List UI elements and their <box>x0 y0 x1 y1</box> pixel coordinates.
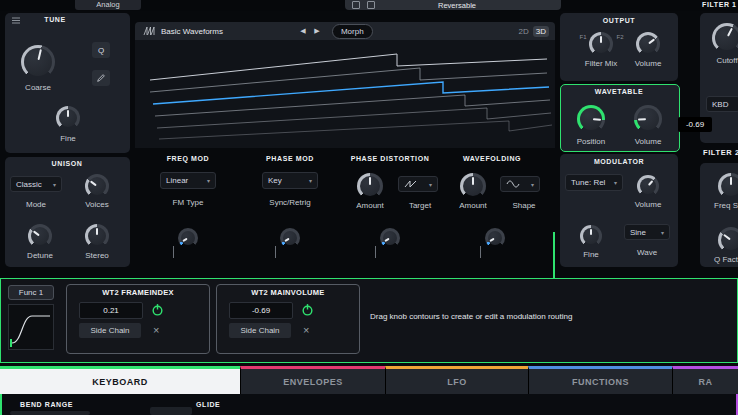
caret-down-icon: ▾ <box>531 181 534 188</box>
power-icon[interactable] <box>301 303 314 316</box>
cutoff-knob[interactable] <box>712 23 738 53</box>
tune-panel <box>5 13 130 153</box>
wavetable-icon <box>143 26 155 36</box>
remove-icon[interactable]: × <box>153 325 159 336</box>
view-2d-toggle[interactable]: 2D <box>519 27 529 36</box>
freq-shift-label: Freq Shi <box>714 201 738 210</box>
mod-slot-title: WT2 MAINVOLUME <box>217 288 359 297</box>
glide-title: GLIDE <box>196 401 220 408</box>
remove-icon[interactable]: × <box>303 325 309 336</box>
fm-type-value: Linear <box>166 176 188 185</box>
next-frame-button[interactable]: ▶ <box>310 24 324 38</box>
kbd-label: KBD <box>712 100 728 109</box>
freq-shift-knob[interactable] <box>718 173 738 199</box>
side-chain-label: Side Chain <box>90 326 129 335</box>
modulator-tune-select[interactable]: Tune: Rel ▾ <box>565 174 623 191</box>
output-title: OUTPUT <box>603 17 635 24</box>
wavefolding-amount-knob[interactable] <box>460 173 486 199</box>
tab-keyboard[interactable]: KEYBOARD <box>0 366 240 394</box>
q-factor-knob[interactable] <box>718 227 738 253</box>
mod-amount-field[interactable]: 0.21 <box>79 302 143 319</box>
bend-range-control-stub[interactable] <box>10 411 90 415</box>
mod-slot-mainvolume[interactable]: WT2 MAINVOLUME -0.69 Side Chain × <box>216 284 360 354</box>
filter-mix-label: Filter Mix <box>585 59 617 68</box>
wavetable-display[interactable] <box>135 40 555 148</box>
output-volume-knob[interactable] <box>636 32 660 56</box>
phase-distortion-amount-knob[interactable] <box>357 173 383 199</box>
layers-icon[interactable] <box>367 1 375 9</box>
phase-mod-select[interactable]: Key ▾ <box>262 172 318 189</box>
menu-icon[interactable] <box>12 17 20 24</box>
modulator-wave-value: Sine <box>630 228 646 237</box>
unison-mode-value: Classic <box>16 180 42 189</box>
phase-mod-amount-knob[interactable] <box>280 228 300 248</box>
wavetable-position-label: Position <box>577 137 605 146</box>
filter-mix-knob[interactable] <box>589 32 613 56</box>
preset-header-bar[interactable]: Reversable <box>345 0 561 10</box>
wavefolding-shape-select[interactable]: ▾ <box>500 176 540 192</box>
wavetable-volume-knob[interactable] <box>634 105 662 133</box>
q-button[interactable]: Q <box>92 42 110 58</box>
filter1-title: FILTER 1 <box>702 1 737 8</box>
pd-mod-indicator <box>375 246 376 258</box>
oscillator-header: Basic Waveforms ◀ ▶ Morph 2D 3D <box>135 22 555 40</box>
phase-distortion-mod-knob[interactable] <box>380 228 400 248</box>
cutoff-label: Cutoff <box>716 56 737 65</box>
mod-amount-field[interactable]: -0.69 <box>229 302 293 319</box>
analog-select[interactable]: Analog <box>75 0 141 10</box>
grid-icon[interactable] <box>352 1 360 9</box>
modulator-tune-value: Tune: Rel <box>571 178 605 187</box>
power-icon[interactable] <box>151 303 164 316</box>
modulator-volume-knob[interactable] <box>637 175 659 197</box>
analog-select-label: Analog <box>96 0 119 9</box>
caret-down-icon: ▾ <box>614 179 617 186</box>
pd-amount-label: Amount <box>356 201 384 210</box>
prev-frame-button[interactable]: ◀ <box>296 24 310 38</box>
tab-label: RA <box>699 377 713 387</box>
coarse-knob[interactable] <box>21 45 55 79</box>
modulator-wave-select[interactable]: Sine ▾ <box>624 224 670 240</box>
fine-knob[interactable] <box>56 106 80 130</box>
pencil-icon <box>96 73 106 83</box>
mod-amount-value: -0.69 <box>252 306 270 315</box>
tab-lfo[interactable]: LFO <box>385 366 528 394</box>
detune-knob[interactable] <box>28 224 52 248</box>
voices-knob[interactable] <box>85 174 109 198</box>
side-chain-toggle[interactable]: Side Chain <box>79 323 141 338</box>
side-chain-toggle[interactable]: Side Chain <box>229 323 291 338</box>
func1-source-button[interactable]: Func 1 <box>8 285 54 300</box>
phase-mod-value: Key <box>268 176 282 185</box>
fm-type-select[interactable]: Linear ▾ <box>160 172 216 189</box>
edit-pencil-button[interactable] <box>92 70 110 86</box>
preset-name: Reversable <box>375 1 539 10</box>
output-volume-label: Volume <box>635 59 662 68</box>
tab-envelopes[interactable]: ENVELOPES <box>240 366 385 394</box>
f1-label: F1 <box>579 34 586 40</box>
glide-control-stub[interactable] <box>150 407 192 415</box>
sine-wave-icon <box>506 180 520 188</box>
keyboard-section <box>0 394 738 415</box>
stereo-label: Stereo <box>85 251 109 260</box>
unison-mode-select[interactable]: Classic ▾ <box>10 176 62 192</box>
stereo-knob[interactable] <box>85 224 109 248</box>
side-chain-label: Side Chain <box>240 326 279 335</box>
morph-button[interactable]: Morph <box>332 24 373 39</box>
phase-mod-title: PHASE MOD <box>266 155 314 162</box>
wavetable-title: WAVETABLE <box>595 88 643 95</box>
wavetable-position-knob[interactable] <box>577 105 605 133</box>
fm-amount-knob[interactable] <box>178 228 198 248</box>
view-3d-toggle[interactable]: 3D <box>533 26 549 37</box>
mod-slot-frameindex[interactable]: WT2 FRAMEINDEX 0.21 Side Chain × <box>66 284 210 354</box>
mod-amount-value: 0.21 <box>103 306 119 315</box>
wf-shape-label: Shape <box>512 201 535 210</box>
phase-distortion-target-select[interactable]: ▾ <box>398 176 438 192</box>
wavetable-name[interactable]: Basic Waveforms <box>161 27 223 36</box>
fine-label: Fine <box>60 134 76 143</box>
filter2-title: FILTER 2 <box>703 148 738 157</box>
func1-preview-display[interactable] <box>8 304 54 350</box>
tab-functions[interactable]: FUNCTIONS <box>528 366 672 394</box>
wavefolding-mod-knob[interactable] <box>485 228 505 248</box>
modulator-fine-knob[interactable] <box>580 225 602 247</box>
tab-random[interactable]: RA <box>672 366 738 394</box>
kbd-select[interactable]: KBD <box>706 96 738 112</box>
